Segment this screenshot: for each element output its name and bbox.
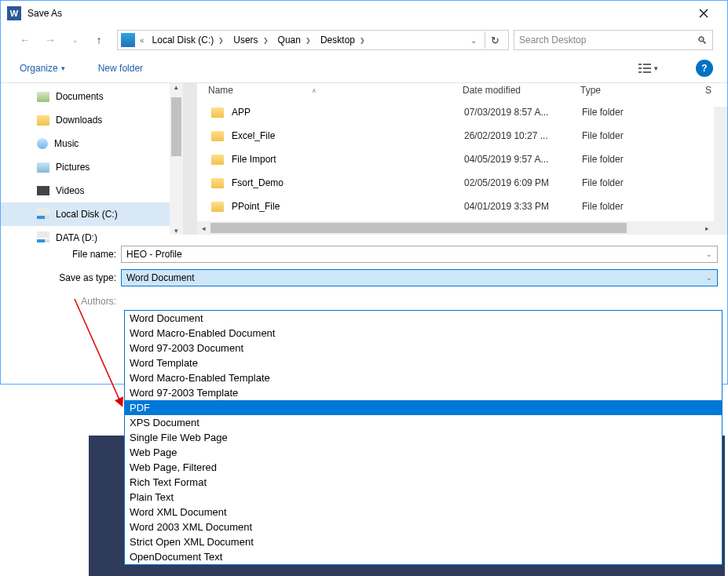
column-headers: Name ∧ Date modified Type S xyxy=(197,83,727,97)
file-row[interactable]: Excel_File26/02/2019 10:27 ...File folde… xyxy=(197,124,727,148)
refresh-button[interactable]: ↻ xyxy=(485,31,505,49)
hscroll-right-icon: ▸ xyxy=(701,221,714,235)
scroll-down-icon: ▾ xyxy=(174,227,178,235)
savetype-select[interactable]: Word Document ⌄ xyxy=(121,269,718,286)
breadcrumb-item[interactable]: Quan❯ xyxy=(273,32,316,48)
file-type: File folder xyxy=(582,154,660,165)
tree-item-label: Documents xyxy=(56,91,104,102)
search-input[interactable]: Search Desktop 🔍︎ xyxy=(514,30,713,50)
breadcrumb-item[interactable]: Users❯ xyxy=(229,32,273,48)
col-size-header[interactable]: S xyxy=(694,85,727,96)
folder-icon xyxy=(37,115,49,126)
file-name: PPoint_File xyxy=(232,201,464,212)
path-dropdown-icon[interactable]: ⌄ xyxy=(466,36,481,45)
back-button[interactable]: ← xyxy=(15,30,35,50)
video-icon xyxy=(37,186,49,195)
disk-icon xyxy=(37,208,49,221)
documents-icon xyxy=(37,92,49,102)
chevron-right-icon: ❯ xyxy=(305,37,311,44)
file-date: 26/02/2019 10:27 ... xyxy=(464,130,582,141)
tree-item[interactable]: Videos xyxy=(1,179,183,202)
organize-button[interactable]: Organize ▾ xyxy=(15,60,70,77)
file-row[interactable]: File Import04/05/2019 9:57 A...File fold… xyxy=(197,148,727,171)
new-folder-button[interactable]: New folder xyxy=(93,60,148,77)
disk-icon xyxy=(37,231,49,244)
svg-rect-0 xyxy=(638,64,642,65)
tree-item[interactable]: Local Disk (C:) xyxy=(1,202,183,226)
savetype-option[interactable]: Word Template xyxy=(125,355,722,370)
dropdown-arrow-icon: ⌄ xyxy=(706,274,712,282)
savetype-dropdown-list[interactable]: Word DocumentWord Macro-Enabled Document… xyxy=(124,310,723,385)
savetype-label: Save as type: xyxy=(1,272,121,283)
search-placeholder: Search Desktop xyxy=(519,35,697,46)
breadcrumb-item[interactable]: Local Disk (C:)❯ xyxy=(148,32,229,48)
breadcrumb-overflow-icon[interactable]: « xyxy=(138,36,146,45)
tree-item-label: Pictures xyxy=(56,162,90,173)
chevron-right-icon: ❯ xyxy=(218,37,224,44)
col-date-header[interactable]: Date modified xyxy=(452,85,569,96)
file-name: File Import xyxy=(232,154,464,165)
file-date: 04/01/2019 3:33 PM xyxy=(464,201,582,212)
close-button[interactable] xyxy=(686,2,721,25)
svg-rect-1 xyxy=(643,64,651,65)
file-type: File folder xyxy=(582,107,660,118)
app-word-icon: W xyxy=(7,6,21,20)
folder-icon xyxy=(211,178,224,188)
file-row[interactable]: APP07/03/2019 8:57 A...File folder xyxy=(197,100,727,124)
forward-button[interactable]: → xyxy=(40,30,60,50)
file-date: 04/05/2019 9:57 A... xyxy=(464,154,582,165)
folder-icon xyxy=(211,131,224,141)
navigation-pane: DocumentsDownloadsMusicPicturesVideosLoc… xyxy=(1,83,183,235)
folder-icon xyxy=(211,155,224,165)
authors-label: Authors: xyxy=(1,296,121,307)
savetype-option[interactable]: Word Macro-Enabled Document xyxy=(125,326,722,341)
file-name: APP xyxy=(232,107,464,118)
savetype-option[interactable]: Word Document xyxy=(125,311,722,326)
recent-dropdown[interactable]: ⌄ xyxy=(65,30,86,50)
tree-item[interactable]: Pictures xyxy=(1,155,183,179)
svg-rect-4 xyxy=(638,71,642,73)
scroll-up-icon: ▴ xyxy=(174,83,178,91)
tree-item[interactable]: Documents xyxy=(1,85,183,108)
toolbar: Organize ▾ New folder ▾ ? xyxy=(1,54,727,82)
filename-input[interactable]: HEO - Profile ⌄ xyxy=(121,246,718,263)
file-name: Fsort_Demo xyxy=(232,177,464,188)
file-type: File folder xyxy=(582,201,660,212)
up-button[interactable]: ↑ xyxy=(90,31,108,49)
folder-icon xyxy=(211,202,224,212)
tree-item[interactable]: Downloads xyxy=(1,108,183,132)
dialog-title: Save As xyxy=(27,8,62,19)
search-icon: 🔍︎ xyxy=(697,35,708,46)
help-button[interactable]: ? xyxy=(696,60,713,77)
splitter[interactable] xyxy=(183,83,197,235)
tree-item-label: Local Disk (C:) xyxy=(56,209,118,220)
breadcrumb-bar[interactable]: « Local Disk (C:)❯Users❯Quan❯Desktop❯ ⌄ … xyxy=(117,30,509,50)
col-name-header[interactable]: Name ∧ xyxy=(197,85,452,96)
file-hscrollbar[interactable]: ◂ ▸ xyxy=(197,221,727,235)
file-vscrollbar[interactable] xyxy=(714,107,727,221)
sort-indicator-icon: ∧ xyxy=(312,87,316,94)
hscroll-thumb[interactable] xyxy=(210,223,627,233)
file-list: APP07/03/2019 8:57 A...File folderExcel_… xyxy=(197,97,727,221)
titlebar: W Save As xyxy=(1,1,727,26)
file-name: Excel_File xyxy=(232,130,464,141)
file-row[interactable]: PPoint_File04/01/2019 3:33 PMFile folder xyxy=(197,195,727,218)
col-type-header[interactable]: Type xyxy=(569,85,648,96)
navpane-scroll-thumb[interactable] xyxy=(171,97,181,156)
tree-item-label: DATA (D:) xyxy=(56,232,97,243)
savetype-option[interactable]: Word 97-2003 Document xyxy=(125,341,722,355)
file-type: File folder xyxy=(582,177,660,188)
svg-rect-2 xyxy=(638,67,642,69)
hscroll-left-icon: ◂ xyxy=(197,221,210,235)
file-row[interactable]: Fsort_Demo02/05/2019 6:09 PMFile folder xyxy=(197,171,727,195)
savetype-option[interactable]: Word Macro-Enabled Template xyxy=(125,370,722,385)
chevron-right-icon: ❯ xyxy=(263,37,269,44)
file-list-area: Name ∧ Date modified Type S APP07/03/201… xyxy=(197,83,727,235)
tree-item[interactable]: Music xyxy=(1,132,183,155)
change-view-button[interactable]: ▾ xyxy=(632,60,664,76)
dropdown-arrow-icon: ⌄ xyxy=(706,250,712,258)
file-type: File folder xyxy=(582,130,660,141)
breadcrumb-item[interactable]: Desktop❯ xyxy=(316,32,370,48)
pictures-icon xyxy=(37,162,49,173)
list-view-icon xyxy=(638,64,651,73)
